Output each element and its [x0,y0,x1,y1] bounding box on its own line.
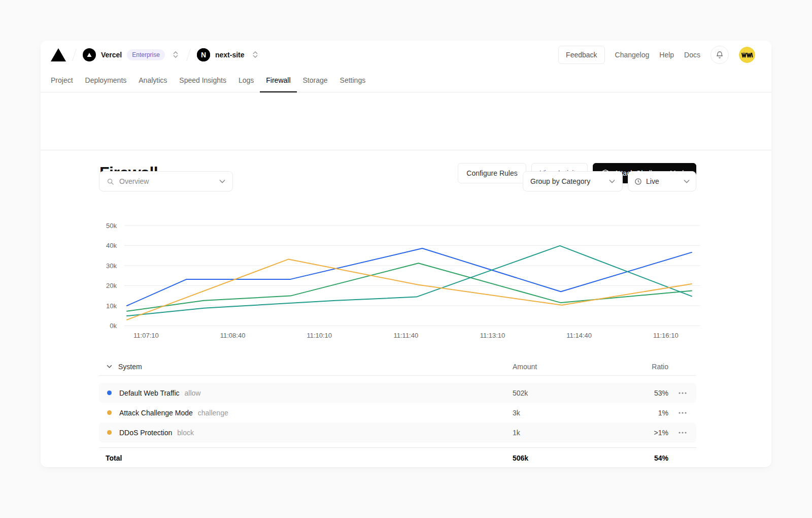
project-switcher[interactable]: N next-site [197,48,260,61]
team-avatar [83,48,96,61]
rule-amount: 3k [513,409,520,417]
time-range-select-value: Live [646,177,659,185]
chart-series-line [127,259,692,319]
rule-ratio: 53% [654,389,668,397]
total-ratio: 54% [654,454,668,462]
project-switcher-icon[interactable] [251,49,260,60]
rule-name: DDoS Protection [119,429,172,437]
rule-action: challenge [198,409,228,417]
search-icon [107,178,114,185]
ellipsis-icon [679,432,687,434]
x-axis-tick-label: 11:10:10 [307,332,332,339]
tab-storage[interactable]: Storage [297,69,334,92]
svg-text:N: N [201,51,206,59]
top-header: Vercel Enterprise N next-site Fe [41,41,771,69]
rule-action: block [177,429,194,437]
table-row[interactable]: DDoS Protection block 1k >1% [99,423,696,442]
user-avatar[interactable] [739,47,755,63]
rule-ratio: >1% [654,429,668,437]
y-axis-tick-label: 10k [106,302,117,310]
project-nav: Project Deployments Analytics Speed Insi… [41,69,771,92]
column-header-amount: Amount [513,363,537,371]
ellipsis-icon [679,392,687,394]
tab-analytics[interactable]: Analytics [132,69,173,92]
y-axis-tick-label: 50k [106,222,117,230]
rule-ratio: 1% [658,409,668,417]
x-axis-tick-label: 11:08:40 [220,332,246,339]
series-dot [107,430,112,435]
tab-logs[interactable]: Logs [232,69,260,92]
x-axis-tick-label: 11:16:10 [653,332,679,339]
chart-series-line [127,246,692,316]
chevron-down-icon [684,179,690,183]
collapse-chevron-icon[interactable] [107,365,112,368]
slash-divider [72,48,77,61]
series-dot [107,410,112,415]
x-axis-tick-label: 11:13:10 [480,332,505,339]
page-header-section: Firewall Configure Rules View Activity A… [41,92,771,150]
project-avatar: N [197,48,210,61]
overview-select-value: Overview [119,177,149,185]
overview-select[interactable]: Overview [99,171,233,191]
team-switcher[interactable]: Vercel Enterprise [83,48,180,61]
team-name: Vercel [101,51,122,59]
changelog-link[interactable]: Changelog [615,51,650,59]
docs-link[interactable]: Docs [684,51,700,59]
x-axis-tick-label: 11:07:10 [133,332,159,339]
traffic-chart: 0k10k20k30k40k50k11:07:1011:08:4011:10:1… [96,211,705,348]
traffic-chart-container: 0k10k20k30k40k50k11:07:1011:08:4011:10:1… [96,211,705,348]
plan-badge: Enterprise [127,49,165,60]
chevron-down-icon [609,179,615,183]
x-axis-tick-label: 11:14:40 [566,332,592,339]
row-menu-button[interactable] [676,406,689,419]
help-link[interactable]: Help [659,51,674,59]
feedback-button[interactable]: Feedback [558,46,604,64]
row-menu-button[interactable] [676,386,689,400]
y-axis-tick-label: 20k [106,282,117,289]
rule-amount: 502k [513,389,528,397]
series-dot [107,391,112,395]
ellipsis-icon [679,412,687,414]
y-axis-tick-label: 30k [106,262,117,270]
total-label: Total [106,454,122,462]
group-label: System [118,363,142,371]
rule-name: Attack Challenge Mode [119,409,193,417]
table-total-row: Total 506k 54% [99,447,696,467]
clock-icon [634,178,642,185]
row-menu-button[interactable] [676,426,689,439]
table-group-header: System Amount Ratio [99,358,696,376]
notifications-button[interactable] [710,46,729,64]
slash-divider [186,48,191,61]
total-amount: 506k [513,454,528,462]
table-row[interactable]: Default Web Traffic allow 502k 53% [99,383,696,403]
tab-speed-insights[interactable]: Speed Insights [173,69,232,92]
tab-settings[interactable]: Settings [334,69,372,92]
tab-project[interactable]: Project [45,69,79,92]
tab-deployments[interactable]: Deployments [79,69,133,92]
tab-firewall[interactable]: Firewall [260,69,296,92]
y-axis-tick-label: 40k [106,242,117,249]
time-range-select[interactable]: Live [628,171,696,191]
configure-rules-button[interactable]: Configure Rules [458,163,526,183]
project-name: next-site [215,51,245,59]
chevron-down-icon [219,179,225,183]
x-axis-tick-label: 11:11:40 [394,332,419,339]
table-row[interactable]: Attack Challenge Mode challenge 3k 1% [99,403,696,423]
rule-action: allow [185,389,201,397]
team-switcher-icon[interactable] [171,49,180,60]
group-by-select[interactable]: Group by Category [523,171,623,191]
group-by-select-value: Group by Category [530,177,590,185]
column-header-ratio: Ratio [652,363,668,371]
rule-amount: 1k [513,429,520,437]
rule-name: Default Web Traffic [119,389,180,397]
dashboard-card: Vercel Enterprise N next-site Fe [41,41,771,467]
bell-icon [716,51,724,59]
y-axis-tick-label: 0k [110,322,117,330]
vercel-logo-icon[interactable] [51,48,66,61]
chart-series-line [127,263,692,311]
